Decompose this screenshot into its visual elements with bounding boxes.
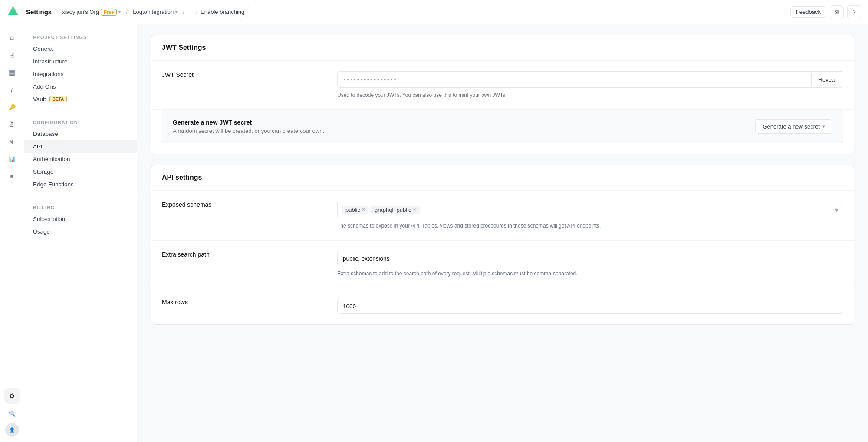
topbar-right: Feedback ✉ ?: [790, 5, 861, 19]
settings-icon: ⚙: [9, 392, 15, 400]
sidebar-item-general[interactable]: General: [24, 43, 137, 55]
chevron-down-icon: ▾: [822, 124, 825, 129]
avatar-icon: 👤: [9, 427, 15, 433]
app-title: Settings: [26, 8, 52, 16]
project-settings-section-label: PROJECT SETTINGS: [24, 31, 137, 43]
exposed-schemas-label-col: Exposed schemas: [162, 201, 327, 208]
sidebar-item-infrastructure[interactable]: Infrastructure: [24, 55, 137, 68]
help-button[interactable]: ?: [847, 5, 861, 19]
max-rows-input[interactable]: [337, 299, 843, 314]
max-rows-row: Max rows: [151, 288, 854, 324]
sidebar-item-storage[interactable]: Storage: [24, 165, 137, 178]
jwt-secret-hint: Used to decode your JWTs. You can also u…: [337, 91, 843, 99]
nav-reports[interactable]: 📊: [4, 151, 20, 167]
extra-search-path-input[interactable]: [337, 251, 843, 266]
sidebar-item-usage[interactable]: Usage: [24, 225, 137, 238]
org-name: xiaoyijun's Org: [62, 9, 99, 15]
table-icon: ⊞: [9, 51, 15, 59]
generate-panel-desc: A random secret will be created, or you …: [173, 128, 324, 134]
exposed-schemas-control-col: public × graphql_public × ▾ The schemas …: [337, 201, 843, 230]
branch-label: Enable branching: [201, 9, 244, 15]
icon-nav: ⌂ ⊞ ▤ ƒ 🔑 🗄 ↯ 📊 ≡ ⚙ 🔍 👤: [0, 24, 24, 442]
logs-icon: ≡: [10, 173, 14, 180]
exposed-schemas-label: Exposed schemas: [162, 201, 327, 208]
sidebar-item-database[interactable]: Database: [24, 128, 137, 140]
jwt-settings-card: JWT Settings JWT Secret Reveal Used to d…: [151, 35, 854, 154]
max-rows-label: Max rows: [162, 299, 327, 306]
branch-icon: ⑂: [194, 9, 198, 15]
jwt-secret-input[interactable]: [338, 72, 811, 87]
generate-secret-panel: Generate a new JWT secret A random secre…: [162, 110, 843, 143]
jwt-secret-label: JWT Secret: [162, 71, 327, 78]
realtime-icon: ↯: [10, 139, 14, 145]
sidebar-item-subscription[interactable]: Subscription: [24, 213, 137, 225]
tag-public-label: public: [345, 207, 360, 213]
billing-section-label: BILLING: [24, 201, 137, 213]
nav-realtime[interactable]: ↯: [4, 134, 20, 149]
org-selector[interactable]: xiaoyijun's Org Free ▾: [62, 9, 121, 16]
nav-logs[interactable]: ≡: [4, 168, 20, 184]
function-icon: ƒ: [10, 86, 13, 93]
jwt-secret-label-col: JWT Secret: [162, 71, 327, 78]
api-card-title: API settings: [162, 174, 843, 181]
jwt-secret-row: JWT Secret Reveal Used to decode your JW…: [151, 61, 854, 109]
project-name: LogtoIntegration: [133, 9, 174, 15]
jwt-secret-input-wrapper: Reveal: [337, 71, 843, 88]
mail-button[interactable]: ✉: [830, 5, 844, 19]
logo: [7, 5, 19, 19]
mail-icon: ✉: [834, 9, 839, 16]
feedback-button[interactable]: Feedback: [790, 6, 826, 18]
storage-icon: 🗄: [9, 121, 15, 128]
branch-button[interactable]: ⑂ Enable branching: [190, 7, 249, 17]
reveal-button[interactable]: Reveal: [811, 73, 843, 86]
nav-table[interactable]: ⊞: [4, 47, 20, 63]
separator-1: /: [126, 9, 128, 16]
nav-editor[interactable]: ▤: [4, 64, 20, 80]
vault-badge: BETA: [49, 96, 67, 102]
sidebar-item-integrations[interactable]: Integrations: [24, 68, 137, 80]
sidebar-item-edge-functions[interactable]: Edge Functions: [24, 178, 137, 191]
extra-search-path-hint: Extra schemas to add to the search path …: [337, 270, 843, 277]
layout: ⌂ ⊞ ▤ ƒ 🔑 🗄 ↯ 📊 ≡ ⚙ 🔍 👤 PROJECT SETTINGS…: [0, 24, 868, 442]
configuration-section-label: CONFIGURATION: [24, 116, 137, 128]
jwt-card-header: JWT Settings: [151, 35, 854, 61]
tag-graphql-public-label: graphql_public: [375, 207, 411, 213]
jwt-card-title: JWT Settings: [162, 44, 843, 52]
generate-panel-text: Generate a new JWT secret A random secre…: [173, 119, 324, 134]
main-content: JWT Settings JWT Secret Reveal Used to d…: [137, 24, 868, 442]
nav-storage[interactable]: 🗄: [4, 116, 20, 132]
exposed-schemas-select[interactable]: public × graphql_public × ▾: [337, 201, 843, 218]
sidebar-item-authentication[interactable]: Authentication: [24, 153, 137, 165]
sidebar: PROJECT SETTINGS General Infrastructure …: [24, 24, 137, 442]
tag-graphql-remove[interactable]: ×: [413, 207, 416, 212]
generate-secret-label: Generate a new secret: [763, 123, 820, 130]
nav-settings[interactable]: ⚙: [4, 388, 20, 404]
nav-home[interactable]: ⌂: [4, 30, 20, 45]
max-rows-control-col: [337, 299, 843, 314]
schemas-chevron-icon: ▾: [835, 206, 838, 214]
sidebar-item-vault[interactable]: Vault BETA: [24, 93, 137, 106]
tag-public-remove[interactable]: ×: [362, 207, 365, 212]
extra-search-path-row: Extra search path Extra schemas to add t…: [151, 241, 854, 288]
separator-2: /: [183, 9, 184, 16]
topbar: Settings xiaoyijun's Org Free ▾ / LogtoI…: [0, 0, 868, 24]
plan-badge: Free: [101, 9, 117, 16]
search-icon: 🔍: [9, 410, 16, 417]
extra-search-path-label-col: Extra search path: [162, 251, 327, 258]
project-selector[interactable]: LogtoIntegration ▾: [133, 9, 178, 15]
org-chevron-icon: ▾: [118, 10, 121, 14]
exposed-schemas-row: Exposed schemas public × graphql_public …: [151, 191, 854, 240]
sidebar-item-addons[interactable]: Add Ons: [24, 80, 137, 93]
jwt-secret-control-col: Reveal Used to decode your JWTs. You can…: [337, 71, 843, 99]
tag-public: public ×: [342, 206, 368, 214]
sidebar-divider-2: [24, 196, 137, 196]
nav-function[interactable]: ƒ: [4, 82, 20, 97]
nav-auth[interactable]: 🔑: [4, 99, 20, 115]
nav-search[interactable]: 🔍: [4, 406, 20, 421]
auth-icon: 🔑: [9, 104, 16, 110]
nav-avatar[interactable]: 👤: [5, 423, 19, 437]
sidebar-item-api[interactable]: API: [24, 140, 137, 153]
extra-search-path-label: Extra search path: [162, 251, 327, 258]
max-rows-label-col: Max rows: [162, 299, 327, 306]
generate-secret-button[interactable]: Generate a new secret ▾: [755, 119, 832, 134]
